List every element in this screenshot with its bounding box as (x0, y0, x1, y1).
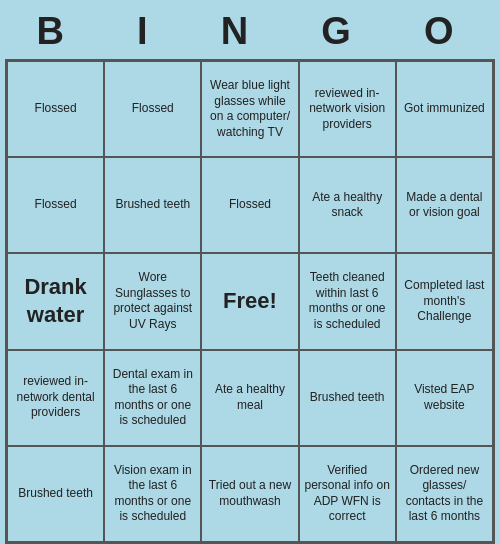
bingo-grid: FlossedFlossedWear blue light glasses wh… (5, 59, 495, 544)
bingo-cell-24[interactable]: Ordered new glasses/ contacts in the las… (396, 446, 493, 542)
bingo-cell-23[interactable]: Verified personal info on ADP WFN is cor… (299, 446, 396, 542)
title-o: O (416, 10, 472, 53)
bingo-cell-12[interactable]: Free! (201, 253, 298, 349)
title-b: B (29, 10, 82, 53)
bingo-cell-19[interactable]: Visted EAP website (396, 350, 493, 446)
bingo-cell-5[interactable]: Flossed (7, 157, 104, 253)
bingo-cell-7[interactable]: Flossed (201, 157, 298, 253)
title-g: G (313, 10, 369, 53)
bingo-cell-2[interactable]: Wear blue light glasses while on a compu… (201, 61, 298, 157)
bingo-cell-9[interactable]: Made a dental or vision goal (396, 157, 493, 253)
bingo-cell-11[interactable]: Wore Sunglasses to protect against UV Ra… (104, 253, 201, 349)
bingo-cell-18[interactable]: Brushed teeth (299, 350, 396, 446)
bingo-cell-20[interactable]: Brushed teeth (7, 446, 104, 542)
title-i: I (129, 10, 166, 53)
bingo-cell-13[interactable]: Teeth cleaned within last 6 months or on… (299, 253, 396, 349)
bingo-cell-3[interactable]: reviewed in-network vision providers (299, 61, 396, 157)
bingo-cell-4[interactable]: Got immunized (396, 61, 493, 157)
title-n: N (213, 10, 266, 53)
bingo-cell-8[interactable]: Ate a healthy snack (299, 157, 396, 253)
bingo-cell-0[interactable]: Flossed (7, 61, 104, 157)
bingo-cell-10[interactable]: Drank water (7, 253, 104, 349)
bingo-cell-1[interactable]: Flossed (104, 61, 201, 157)
bingo-cell-15[interactable]: reviewed in-network dental providers (7, 350, 104, 446)
bingo-cell-6[interactable]: Brushed teeth (104, 157, 201, 253)
bingo-cell-22[interactable]: Tried out a new mouthwash (201, 446, 298, 542)
bingo-cell-16[interactable]: Dental exam in the last 6 months or one … (104, 350, 201, 446)
bingo-title: B I N G O (5, 0, 495, 59)
bingo-cell-17[interactable]: Ate a healthy meal (201, 350, 298, 446)
bingo-cell-21[interactable]: Vision exam in the last 6 months or one … (104, 446, 201, 542)
bingo-cell-14[interactable]: Completed last month's Challenge (396, 253, 493, 349)
